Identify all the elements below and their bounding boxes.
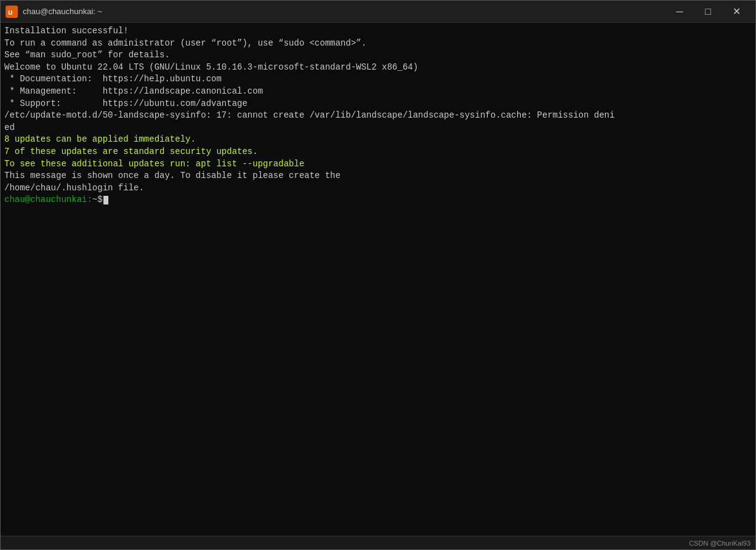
terminal-line: See “man sudo_root” for details.: [4, 49, 752, 62]
prompt-user: chau@chauchunkai:: [4, 194, 92, 206]
terminal-line: Welcome to Ubuntu 22.04 LTS (GNU/Linux 5…: [4, 62, 752, 74]
maximize-button[interactable]: □: [694, 1, 722, 23]
terminal-line: * Support: https://ubuntu.com/advantage: [4, 98, 752, 110]
svg-text:u: u: [8, 8, 12, 17]
terminal-line: /etc/update-motd.d/50-landscape-sysinfo:…: [4, 110, 752, 122]
terminal-line: * Documentation: https://help.ubuntu.com: [4, 73, 752, 86]
close-button[interactable]: ✕: [722, 1, 750, 23]
prompt-dollar: $: [97, 194, 102, 206]
titlebar: u chau@chauchunkai: ~ ─ □ ✕: [1, 1, 755, 23]
bottom-bar: CSDN @ChunKai93: [1, 536, 755, 549]
bottom-text: CSDN @ChunKai93: [689, 540, 750, 547]
terminal-prompt-line: chau@chauchunkai:~ $: [4, 194, 752, 206]
terminal-body[interactable]: Installation successful!To run a command…: [1, 23, 755, 536]
terminal-line: ed: [4, 122, 752, 134]
terminal-line: Installation successful!: [4, 25, 752, 38]
app-icon: u: [6, 6, 18, 18]
terminal-line: 7 of these updates are standard security…: [4, 146, 752, 158]
terminal-line: To see these additional updates run: apt…: [4, 158, 752, 171]
terminal-line: /home/chau/.hushlogin file.: [4, 182, 752, 195]
cursor: [103, 196, 108, 204]
terminal-line: To run a command as administrator (user …: [4, 38, 752, 50]
terminal-line: * Management: https://landscape.canonica…: [4, 86, 752, 98]
terminal-line: This message is shown once a day. To dis…: [4, 170, 752, 182]
terminal-window: u chau@chauchunkai: ~ ─ □ ✕ Installation…: [0, 0, 756, 550]
minimize-button[interactable]: ─: [666, 1, 694, 23]
window-controls: ─ □ ✕: [666, 1, 750, 23]
terminal-line: 8 updates can be applied immediately.: [4, 134, 752, 146]
window-title: chau@chauchunkai: ~: [23, 7, 666, 16]
terminal-output: Installation successful!To run a command…: [4, 25, 752, 194]
prompt-symbol: ~: [92, 194, 97, 206]
